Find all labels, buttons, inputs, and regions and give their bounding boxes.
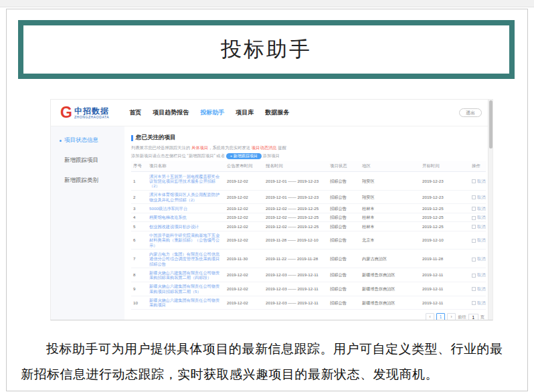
sidebar-item-label: 项目状态信息 (64, 136, 98, 144)
table-cell: 2019-12-02 (225, 231, 264, 250)
project-name-link[interactable]: 新疆火烧山六建集团有限责任公司物资采购项目 (147, 296, 225, 310)
page-next-button[interactable]: › (447, 313, 456, 320)
table-cell: 2019-12-02 —— 2019-12-25 (264, 213, 328, 221)
page-number-button[interactable]: 1 (436, 313, 445, 320)
project-name-link[interactable]: 内蒙古电力（集团）有限责任公司信息通信分公司综合调度管理系统采购项目招标公告 (147, 250, 225, 268)
goto-page-label: 前往 (458, 314, 466, 320)
checkbox-icon[interactable] (472, 258, 476, 262)
table-header-cell: 公告发布时间 (225, 161, 264, 172)
logout-button[interactable]: 退出 (459, 108, 482, 117)
feature-description-text: 投标助手可为用户提供具体项目的最新信息跟踪。用户可自定义类型、行业的最新招标信息… (21, 336, 513, 387)
table-cell: 1 (131, 172, 147, 191)
table-cell: 2019-12-01 —— 2019-12-23 (264, 172, 328, 191)
sidebar-item[interactable]: 新增跟踪类别 (60, 177, 124, 185)
sidebar-item[interactable]: 新增跟踪项目 (60, 157, 124, 165)
highlight-text: 具体项目 (191, 145, 208, 150)
scrollbar-thumb[interactable] (489, 100, 493, 149)
table-cell: 2019-11-30 (225, 250, 264, 268)
app-logo[interactable]: G 中招数据 ZHONGZHAODATA (60, 105, 109, 120)
table-cell: 2019-12-11 (420, 268, 470, 282)
table-header-cell: 项目状态 (328, 161, 360, 172)
unfollow-link[interactable]: 取消关注 (470, 213, 486, 221)
table-row: 1漯河市第十五届第一届电视覆盖获奖会议智慧化项目监理技术服务公开招标（2）201… (131, 172, 486, 191)
checkbox-icon[interactable] (472, 287, 476, 291)
table-cell: 5 (131, 222, 147, 231)
table-cell: 桂林市 (360, 222, 420, 231)
table-cell: 4 (131, 213, 147, 221)
table-cell: 桂林市 (360, 213, 420, 221)
table-cell: 新疆维吾尔自治区 (360, 268, 420, 282)
add-tracking-button[interactable]: + 新增跟踪项目 (226, 153, 262, 159)
table-cell: 招标公告 (328, 231, 360, 250)
table-cell: 2019-11-28 —— 2019-12-10 (264, 231, 328, 250)
description-text: ，系统将为您实时发送 (208, 145, 252, 150)
logo-name: 中招数据 (74, 107, 109, 115)
table-cell: 北京市 (360, 231, 420, 250)
table-cell: 2019-12-01 —— 2019-12-23 (264, 190, 328, 204)
table-cell: 内蒙古自治区 (360, 250, 420, 268)
checkbox-icon[interactable] (472, 239, 476, 243)
table-cell: 招标公告 (328, 282, 360, 296)
table-row: 4档案馆电梯改造系统2019-12-022019-12-02 —— 2019-1… (131, 213, 486, 221)
project-name-link[interactable]: 5000级洁净车间平台 (147, 204, 225, 213)
checkbox-icon[interactable] (472, 179, 476, 183)
unfollow-link[interactable]: 取消关注 (470, 250, 486, 268)
table-cell: 2019-12-02 —— 2019-12-25 (264, 222, 328, 231)
page-unit-label: 页 (480, 314, 484, 320)
table-cell: 7 (131, 250, 147, 268)
table-cell: 2019-12-25 (420, 204, 470, 213)
project-name-link[interactable]: 新疆火烧山六建集团有限责任公司物资采购招标采购装置二期（四标段） (147, 268, 225, 282)
table-row: 5创业园改建设项目初步设计2019-12-022019-12-02 —— 201… (131, 222, 486, 231)
project-name-link[interactable]: 创业园改建设项目初步设计 (147, 222, 225, 231)
nav-item-link[interactable]: 项目库 (236, 108, 254, 117)
unfollow-link[interactable]: 取消关注 (470, 231, 486, 250)
checkbox-icon[interactable] (472, 274, 476, 278)
table-cell: 2019-12-23 (420, 190, 470, 204)
table-cell: 招标公告 (328, 250, 360, 268)
table-cell: 2019-12-02 (225, 213, 264, 221)
table-cell: 桂林市 (360, 204, 420, 213)
project-name-link[interactable]: 漯河市第十五届第一届电视覆盖获奖会议智慧化项目监理技术服务公开招标（2） (147, 172, 225, 191)
checkbox-icon[interactable] (472, 225, 476, 229)
unfollow-link[interactable]: 取消关注 (470, 204, 486, 213)
project-name-link[interactable]: 档案馆电梯改造系统 (147, 213, 225, 221)
nav-item-link[interactable]: 数据服务 (265, 108, 289, 117)
nav-item-link[interactable]: 项目趋势报告 (153, 108, 189, 117)
table-cell: 10 (131, 296, 147, 310)
bullet-dot-icon (60, 140, 62, 142)
unfollow-link[interactable]: 取消关注 (470, 190, 486, 204)
sidebar-item-label: 新增跟踪项目 (64, 157, 98, 165)
app-sidebar: 项目状态信息新增跟踪项目新增跟踪类别 (51, 126, 124, 320)
checkbox-icon[interactable] (472, 195, 476, 199)
page-prev-button[interactable]: ‹ (426, 313, 434, 320)
pagination: ‹1›前往页 (131, 310, 486, 320)
project-name-link[interactable]: 漯河市体育馆项目区人员公用配套防护物业及并礼公开招标（2） (147, 190, 225, 204)
checkbox-icon[interactable] (472, 216, 476, 220)
nav-item-active[interactable]: 投标助手 (200, 108, 224, 117)
table-cell: 新疆维吾尔自治区 (360, 296, 420, 310)
goto-page-input[interactable] (468, 314, 478, 320)
table-cell: 2019-12-02 (225, 222, 264, 231)
sidebar-item[interactable]: 项目状态信息 (60, 136, 124, 144)
app-scrollbar[interactable] (488, 100, 493, 320)
description-text: 添加项目 (262, 153, 280, 158)
checkbox-icon[interactable] (472, 301, 476, 305)
highlight-text: 项目动态消息 (252, 145, 277, 150)
unfollow-link[interactable]: 取消关注 (470, 172, 486, 191)
table-cell: 2019-12-11 (420, 282, 470, 296)
unfollow-link[interactable]: 取消关注 (470, 282, 486, 296)
project-name-link[interactable]: 新疆火烧山六建集团有限责任公司物资采购项目招标装置二期（5） (147, 282, 225, 296)
unfollow-link[interactable]: 取消关注 (470, 268, 486, 282)
table-header-cell: 报名时间 (264, 161, 328, 172)
table-row: 35000级洁净车间平台2019-12-022019-12-02 —— 2019… (131, 204, 486, 213)
table-cell: 2019-11-28 (420, 250, 470, 268)
project-name-link[interactable]: 中国原子能科学研究院采购基地下五金材料类采购（重新招标）（公告编号公示） (147, 231, 225, 250)
table-cell: 2019-12-10 (420, 231, 470, 250)
nav-item-link[interactable]: 首页 (129, 108, 141, 117)
table-cell: 2019-12-11 (420, 296, 470, 310)
unfollow-link[interactable]: 取消关注 (470, 222, 486, 231)
checkbox-icon[interactable] (472, 207, 476, 211)
unfollow-link[interactable]: 取消关注 (470, 296, 486, 310)
table-header-cell: 序号 (131, 161, 147, 172)
table-cell: 2019-12-02 —— 2019-12-25 (264, 204, 328, 213)
